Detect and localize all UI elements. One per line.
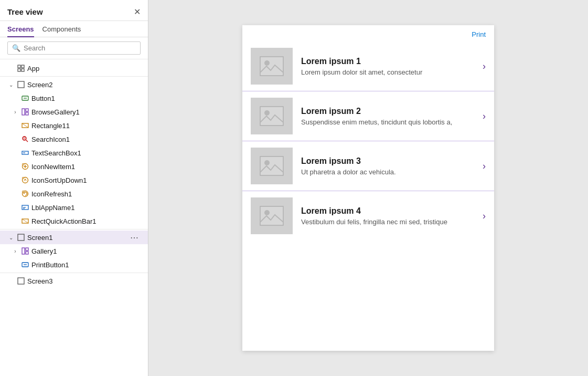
svg-point-50 <box>264 210 270 215</box>
searchicon1-icon <box>21 135 29 143</box>
svg-line-13 <box>26 140 28 142</box>
svg-rect-38 <box>26 248 28 250</box>
rectquickactionbar1-icon <box>21 217 29 225</box>
canvas-header: Print <box>242 25 494 41</box>
printbutton1-icon <box>21 260 29 269</box>
tree-item-gallery1[interactable]: › Gallery1 <box>0 244 148 258</box>
svg-line-35 <box>22 219 28 223</box>
canvas: Print Lorem ipsum 1 Lorem ipsum dolor si… <box>242 25 494 351</box>
tree-item-searchicon1[interactable]: SearchIcon1 <box>0 132 148 146</box>
tree-item-lblappname1[interactable]: LblAppName1 <box>0 201 148 214</box>
tree-item-browsegallery1[interactable]: › BrowseGallery1 <box>0 105 148 119</box>
expand-icon-screen2[interactable]: ⌄ <box>7 82 15 88</box>
tree-label-iconnewitem1: IconNewItem1 <box>31 163 141 171</box>
tree-label-browsegallery1: BrowseGallery1 <box>31 108 141 116</box>
image-placeholder-4-icon <box>259 205 284 226</box>
tree-item-rectquickactionbar1[interactable]: RectQuickActionBar1 <box>0 214 148 228</box>
browsegallery1-icon <box>21 108 29 116</box>
tree-label-lblappname1: LblAppName1 <box>31 204 141 212</box>
tree-label-screen1: Screen1 <box>27 234 126 242</box>
rectangle11-icon <box>21 121 29 130</box>
expand-icon-browsegallery1[interactable]: › <box>12 109 19 115</box>
tree-item-button1[interactable]: Button1 <box>0 91 148 105</box>
item-chevron-2: › <box>483 111 486 122</box>
canvas-empty <box>242 309 494 351</box>
svg-rect-1 <box>22 65 24 68</box>
sidebar-header: Tree view ✕ <box>0 0 148 21</box>
tab-screens[interactable]: Screens <box>7 21 34 37</box>
svg-rect-45 <box>260 107 283 126</box>
expand-icon-screen1[interactable]: ⌄ <box>7 235 15 241</box>
screen1-more-icon[interactable]: ⋯ <box>128 233 141 243</box>
tree-label-iconsortupdown1: IconSortUpDown1 <box>31 176 141 184</box>
svg-line-11 <box>22 123 28 128</box>
tree-label-textsearchbox1: TextSearchBox1 <box>31 149 141 157</box>
search-box: 🔍 <box>7 41 141 55</box>
gallery-item-1[interactable]: Lorem ipsum 1 Lorem ipsum dolor sit amet… <box>242 41 494 91</box>
tree-item-iconnewitem1[interactable]: IconNewItem1 <box>0 160 148 173</box>
tree-label-iconrefresh1: IconRefresh1 <box>31 190 141 198</box>
svg-rect-47 <box>260 156 283 175</box>
svg-rect-9 <box>26 112 28 115</box>
item-chevron-4: › <box>483 211 486 222</box>
tree-item-app[interactable]: App <box>0 61 148 75</box>
image-placeholder-3-icon <box>259 155 284 176</box>
item-image-2 <box>251 98 293 134</box>
button1-icon <box>21 94 29 102</box>
close-icon[interactable]: ✕ <box>134 8 141 16</box>
tree-item-screen3[interactable]: Screen3 <box>0 274 148 288</box>
item-chevron-3: › <box>483 161 486 172</box>
gallery-item-2[interactable]: Lorem ipsum 2 Suspendisse enim metus, ti… <box>242 91 494 141</box>
search-input[interactable] <box>24 44 136 52</box>
tree-label-screen2: Screen2 <box>27 81 141 89</box>
item-subtitle-2: Suspendisse enim metus, tincidunt quis l… <box>301 118 474 126</box>
svg-rect-49 <box>260 206 283 225</box>
svg-point-46 <box>264 110 270 116</box>
svg-rect-42 <box>18 278 24 284</box>
svg-rect-2 <box>18 69 20 71</box>
lblappname1-icon <box>21 203 29 212</box>
svg-rect-39 <box>26 252 28 254</box>
svg-rect-37 <box>22 248 25 254</box>
item-text-3: Lorem ipsum 3 Ut pharetra a dolor ac veh… <box>301 156 474 176</box>
gallery-items: Lorem ipsum 1 Lorem ipsum dolor sit amet… <box>242 41 494 309</box>
tree-label-searchicon1: SearchIcon1 <box>31 135 141 143</box>
image-placeholder-1-icon <box>259 56 284 77</box>
item-title-3: Lorem ipsum 3 <box>301 156 474 166</box>
tree-item-textsearchbox1[interactable]: TextSearchBox1 <box>0 146 148 160</box>
iconsortupdown1-icon <box>21 176 29 184</box>
tree-label-app: App <box>27 65 141 72</box>
item-subtitle-4: Vestibulum dui felis, fringilla nec mi s… <box>301 218 474 226</box>
svg-rect-36 <box>18 234 24 241</box>
item-image-4 <box>251 197 293 234</box>
tab-components[interactable]: Components <box>42 21 81 37</box>
tree-label-button1: Button1 <box>31 95 141 102</box>
svg-rect-7 <box>22 109 25 115</box>
tree-item-rectangle11[interactable]: Rectangle11 <box>0 119 148 132</box>
item-subtitle-1: Lorem ipsum dolor sit amet, consectetur <box>301 68 474 76</box>
gallery1-icon <box>21 247 29 255</box>
tree-label-gallery1: Gallery1 <box>31 247 141 255</box>
gallery-item-3[interactable]: Lorem ipsum 3 Ut pharetra a dolor ac veh… <box>242 141 494 191</box>
screen1-icon <box>17 233 25 242</box>
svg-rect-3 <box>22 69 24 71</box>
expand-icon-gallery1[interactable]: › <box>12 248 19 254</box>
tree-item-iconsortupdown1[interactable]: IconSortUpDown1 <box>0 173 148 187</box>
tree-item-screen2[interactable]: ⌄ Screen2 <box>0 78 148 91</box>
image-placeholder-2-icon <box>259 106 284 127</box>
tree-item-screen1[interactable]: ⌄ Screen1 ⋯ <box>0 231 148 244</box>
item-text-4: Lorem ipsum 4 Vestibulum dui felis, frin… <box>301 206 474 226</box>
sidebar-title: Tree view <box>7 7 43 16</box>
svg-point-44 <box>264 60 270 66</box>
item-chevron-1: › <box>483 61 486 72</box>
print-link[interactable]: Print <box>472 30 486 38</box>
textsearchbox1-icon <box>21 149 29 157</box>
tree-item-iconrefresh1[interactable]: IconRefresh1 <box>0 187 148 201</box>
tree-item-printbutton1[interactable]: PrintButton1 <box>0 258 148 271</box>
gallery-item-4[interactable]: Lorem ipsum 4 Vestibulum dui felis, frin… <box>242 191 494 241</box>
item-image-3 <box>251 148 293 184</box>
sidebar: Tree view ✕ Screens Components 🔍 App <box>0 0 148 376</box>
item-text-2: Lorem ipsum 2 Suspendisse enim metus, ti… <box>301 107 474 126</box>
svg-point-14 <box>24 138 25 139</box>
tree-label-rectquickactionbar1: RectQuickActionBar1 <box>31 217 141 225</box>
